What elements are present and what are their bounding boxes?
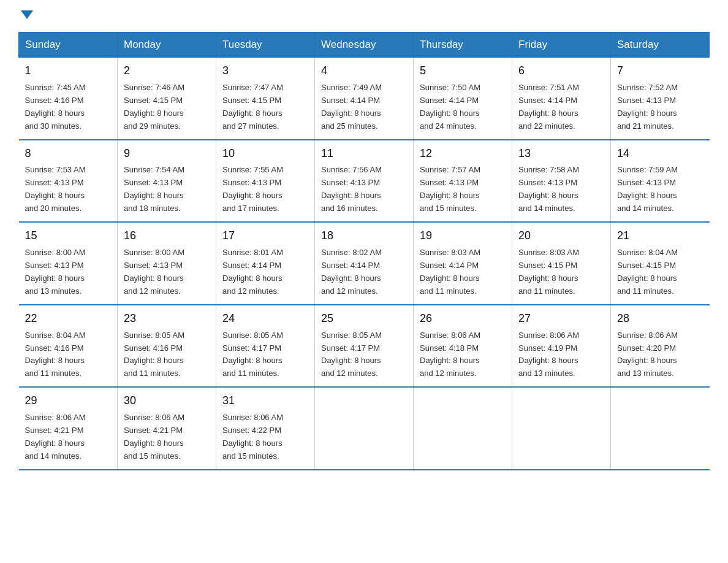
logo-arrow-icon xyxy=(21,10,33,19)
col-thursday: Thursday xyxy=(414,33,512,58)
day-number: 14 xyxy=(617,145,703,163)
calendar-cell: 4 Sunrise: 7:49 AMSunset: 4:14 PMDayligh… xyxy=(315,58,414,140)
calendar-cell xyxy=(414,387,512,470)
calendar-cell: 29 Sunrise: 8:06 AMSunset: 4:21 PMDaylig… xyxy=(19,387,118,470)
day-number: 24 xyxy=(222,310,308,327)
day-info: Sunrise: 8:06 AMSunset: 4:19 PMDaylight:… xyxy=(518,331,579,378)
calendar-cell: 25 Sunrise: 8:05 AMSunset: 4:17 PMDaylig… xyxy=(315,305,414,388)
calendar-cell: 20 Sunrise: 8:03 AMSunset: 4:15 PMDaylig… xyxy=(512,222,611,305)
calendar-cell: 12 Sunrise: 7:57 AMSunset: 4:13 PMDaylig… xyxy=(414,140,512,223)
day-info: Sunrise: 8:03 AMSunset: 4:14 PMDaylight:… xyxy=(420,248,480,296)
day-number: 19 xyxy=(420,228,506,245)
calendar-table: Sunday Monday Tuesday Wednesday Thursday… xyxy=(18,32,710,470)
day-number: 28 xyxy=(617,310,703,327)
day-info: Sunrise: 8:06 AMSunset: 4:21 PMDaylight:… xyxy=(25,413,86,461)
page-header xyxy=(18,12,710,21)
calendar-week-2: 8 Sunrise: 7:53 AMSunset: 4:13 PMDayligh… xyxy=(19,140,710,223)
day-info: Sunrise: 7:50 AMSunset: 4:14 PMDaylight:… xyxy=(420,83,480,131)
day-info: Sunrise: 8:02 AMSunset: 4:14 PMDaylight:… xyxy=(321,248,382,296)
logo-top-row xyxy=(18,12,33,21)
day-number: 2 xyxy=(124,63,210,80)
day-info: Sunrise: 7:55 AMSunset: 4:13 PMDaylight:… xyxy=(222,165,283,213)
calendar-cell: 8 Sunrise: 7:53 AMSunset: 4:13 PMDayligh… xyxy=(19,140,118,223)
day-number: 29 xyxy=(25,393,112,410)
day-number: 15 xyxy=(25,228,112,245)
day-number: 20 xyxy=(518,228,604,245)
day-info: Sunrise: 8:03 AMSunset: 4:15 PMDaylight:… xyxy=(518,248,579,296)
day-number: 13 xyxy=(518,145,604,163)
day-info: Sunrise: 7:59 AMSunset: 4:13 PMDaylight:… xyxy=(617,165,678,213)
day-info: Sunrise: 7:45 AMSunset: 4:16 PMDaylight:… xyxy=(25,83,86,131)
calendar-cell xyxy=(315,387,414,470)
day-info: Sunrise: 8:00 AMSunset: 4:13 PMDaylight:… xyxy=(124,248,184,296)
calendar-cell: 30 Sunrise: 8:06 AMSunset: 4:21 PMDaylig… xyxy=(118,387,216,470)
calendar-cell: 3 Sunrise: 7:47 AMSunset: 4:15 PMDayligh… xyxy=(216,58,315,140)
calendar-cell: 2 Sunrise: 7:46 AMSunset: 4:15 PMDayligh… xyxy=(118,58,216,140)
calendar-cell: 21 Sunrise: 8:04 AMSunset: 4:15 PMDaylig… xyxy=(611,222,710,305)
day-info: Sunrise: 7:52 AMSunset: 4:13 PMDaylight:… xyxy=(617,83,678,131)
day-info: Sunrise: 8:01 AMSunset: 4:14 PMDaylight:… xyxy=(222,248,283,296)
calendar-week-1: 1 Sunrise: 7:45 AMSunset: 4:16 PMDayligh… xyxy=(19,58,710,140)
day-number: 23 xyxy=(124,310,210,327)
calendar-cell: 17 Sunrise: 8:01 AMSunset: 4:14 PMDaylig… xyxy=(216,222,315,305)
day-info: Sunrise: 8:05 AMSunset: 4:17 PMDaylight:… xyxy=(222,331,283,378)
day-info: Sunrise: 7:46 AMSunset: 4:15 PMDaylight:… xyxy=(124,83,184,131)
calendar-cell xyxy=(512,387,611,470)
calendar-cell: 31 Sunrise: 8:06 AMSunset: 4:22 PMDaylig… xyxy=(216,387,315,470)
calendar-cell: 14 Sunrise: 7:59 AMSunset: 4:13 PMDaylig… xyxy=(611,140,710,223)
calendar-cell: 27 Sunrise: 8:06 AMSunset: 4:19 PMDaylig… xyxy=(512,305,611,388)
day-number: 11 xyxy=(321,145,407,163)
day-info: Sunrise: 7:47 AMSunset: 4:15 PMDaylight:… xyxy=(222,83,283,131)
calendar-cell: 10 Sunrise: 7:55 AMSunset: 4:13 PMDaylig… xyxy=(216,140,315,223)
day-info: Sunrise: 8:04 AMSunset: 4:16 PMDaylight:… xyxy=(25,331,86,378)
day-info: Sunrise: 7:54 AMSunset: 4:13 PMDaylight:… xyxy=(124,165,184,213)
col-tuesday: Tuesday xyxy=(216,33,315,58)
day-info: Sunrise: 8:06 AMSunset: 4:21 PMDaylight:… xyxy=(124,413,184,461)
day-number: 26 xyxy=(420,310,506,327)
calendar-cell: 13 Sunrise: 7:58 AMSunset: 4:13 PMDaylig… xyxy=(512,140,611,223)
day-number: 6 xyxy=(518,63,604,80)
calendar-week-4: 22 Sunrise: 8:04 AMSunset: 4:16 PMDaylig… xyxy=(19,305,710,388)
day-number: 31 xyxy=(222,393,308,410)
calendar-cell: 18 Sunrise: 8:02 AMSunset: 4:14 PMDaylig… xyxy=(315,222,414,305)
calendar-cell: 1 Sunrise: 7:45 AMSunset: 4:16 PMDayligh… xyxy=(19,58,118,140)
day-number: 10 xyxy=(222,145,308,163)
header-row: Sunday Monday Tuesday Wednesday Thursday… xyxy=(19,33,710,58)
day-info: Sunrise: 7:58 AMSunset: 4:13 PMDaylight:… xyxy=(518,165,579,213)
calendar-cell: 5 Sunrise: 7:50 AMSunset: 4:14 PMDayligh… xyxy=(414,58,512,140)
calendar-cell: 24 Sunrise: 8:05 AMSunset: 4:17 PMDaylig… xyxy=(216,305,315,388)
col-friday: Friday xyxy=(512,33,611,58)
day-info: Sunrise: 7:57 AMSunset: 4:13 PMDaylight:… xyxy=(420,165,480,213)
calendar-week-5: 29 Sunrise: 8:06 AMSunset: 4:21 PMDaylig… xyxy=(19,387,710,470)
day-number: 1 xyxy=(25,63,112,80)
col-sunday: Sunday xyxy=(19,33,118,58)
col-monday: Monday xyxy=(118,33,216,58)
day-info: Sunrise: 8:05 AMSunset: 4:16 PMDaylight:… xyxy=(124,331,184,378)
day-info: Sunrise: 8:06 AMSunset: 4:20 PMDaylight:… xyxy=(617,331,678,378)
day-number: 21 xyxy=(617,228,703,245)
day-number: 17 xyxy=(222,228,308,245)
calendar-cell xyxy=(611,387,710,470)
calendar-cell: 28 Sunrise: 8:06 AMSunset: 4:20 PMDaylig… xyxy=(611,305,710,388)
calendar-cell: 22 Sunrise: 8:04 AMSunset: 4:16 PMDaylig… xyxy=(19,305,118,388)
day-info: Sunrise: 7:49 AMSunset: 4:14 PMDaylight:… xyxy=(321,83,382,131)
logo xyxy=(18,12,33,21)
day-number: 7 xyxy=(617,63,703,80)
calendar-header: Sunday Monday Tuesday Wednesday Thursday… xyxy=(19,33,710,58)
day-number: 25 xyxy=(321,310,407,327)
day-number: 22 xyxy=(25,310,112,327)
day-info: Sunrise: 8:00 AMSunset: 4:13 PMDaylight:… xyxy=(25,248,86,296)
day-number: 8 xyxy=(25,145,112,163)
col-saturday: Saturday xyxy=(611,33,710,58)
day-info: Sunrise: 8:05 AMSunset: 4:17 PMDaylight:… xyxy=(321,331,382,378)
day-info: Sunrise: 7:53 AMSunset: 4:13 PMDaylight:… xyxy=(25,165,86,213)
day-number: 27 xyxy=(518,310,604,327)
calendar-cell: 23 Sunrise: 8:05 AMSunset: 4:16 PMDaylig… xyxy=(118,305,216,388)
day-number: 18 xyxy=(321,228,407,245)
day-number: 12 xyxy=(420,145,506,163)
calendar-cell: 19 Sunrise: 8:03 AMSunset: 4:14 PMDaylig… xyxy=(414,222,512,305)
day-number: 16 xyxy=(124,228,210,245)
calendar-cell: 6 Sunrise: 7:51 AMSunset: 4:14 PMDayligh… xyxy=(512,58,611,140)
day-info: Sunrise: 8:06 AMSunset: 4:22 PMDaylight:… xyxy=(222,413,283,461)
day-number: 30 xyxy=(124,393,210,410)
